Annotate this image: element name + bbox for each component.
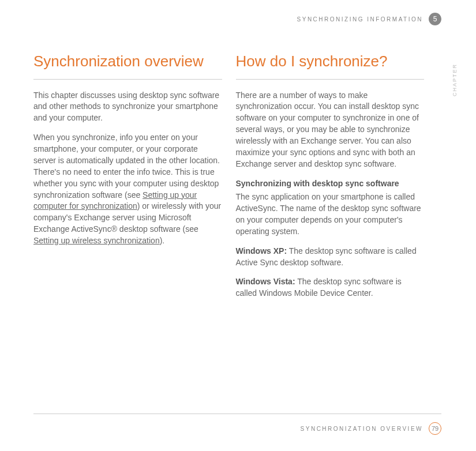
left-divider	[33, 79, 222, 80]
link-setup-wireless[interactable]: Setting up wireless synchronization	[33, 236, 160, 245]
right-para-xp: Windows XP: The desktop sync software is…	[236, 246, 425, 269]
right-subheading: Synchronizing with desktop sync software	[236, 178, 425, 190]
chapter-side-label: CHAPTER	[452, 63, 458, 96]
left-column: Synchronization overview This chapter di…	[33, 52, 222, 307]
page-header: SYNCHRONIZING INFORMATION 5	[297, 13, 441, 25]
page-footer: SYNCHRONIZATION OVERVIEW 79	[33, 414, 441, 435]
left-para2-text-c: ).	[160, 236, 165, 245]
vista-label: Windows Vista:	[236, 277, 295, 286]
xp-label: Windows XP:	[236, 246, 287, 255]
chapter-number-badge: 5	[429, 13, 441, 25]
left-heading: Synchronization overview	[33, 52, 222, 71]
footer-section-title: SYNCHRONIZATION OVERVIEW	[301, 426, 423, 432]
header-section-title: SYNCHRONIZING INFORMATION	[297, 16, 423, 22]
right-para-1: There are a number of ways to make synch…	[236, 90, 425, 170]
left-para-2: When you synchronize, info you enter on …	[33, 132, 222, 247]
left-para-1: This chapter discusses using desktop syn…	[33, 90, 222, 125]
page-number-badge: 79	[429, 422, 441, 435]
main-content: Synchronization overview This chapter di…	[33, 52, 424, 307]
left-para2-text-a: When you synchronize, info you enter on …	[33, 133, 220, 199]
right-column: How do I synchronize? There are a number…	[236, 52, 425, 307]
right-para-vista: Windows Vista: The desktop sync software…	[236, 276, 425, 299]
right-para-2: The sync application on your smartphone …	[236, 191, 425, 238]
right-divider	[236, 79, 425, 80]
right-heading: How do I synchronize?	[236, 52, 425, 71]
